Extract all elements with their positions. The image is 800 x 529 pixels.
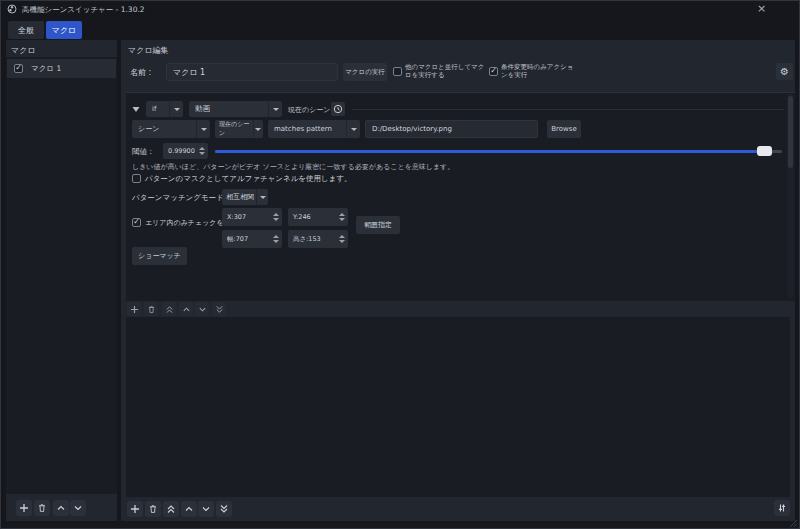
chevron-down-icon xyxy=(253,120,263,138)
match-condition-select[interactable]: matches pattern xyxy=(268,120,360,138)
trash-icon xyxy=(148,504,158,514)
add-macro-button[interactable] xyxy=(16,500,32,516)
chevron-up-icon xyxy=(184,504,194,514)
remove-action-button[interactable] xyxy=(145,501,161,517)
action-toolbar xyxy=(121,497,795,521)
condition-type-select[interactable]: 動画 xyxy=(189,101,282,117)
match-mode-select[interactable]: 相互相関 xyxy=(222,189,268,205)
trash-icon xyxy=(147,305,156,314)
macro-list-panel: マクロ ✓ マクロ 1 xyxy=(6,40,117,521)
macro-enabled-checkbox[interactable]: ✓ xyxy=(14,64,23,73)
run-macro-button[interactable]: マクロの実行 xyxy=(343,63,387,81)
condition-scrollbar-thumb[interactable] xyxy=(788,96,793,168)
remove-macro-button[interactable] xyxy=(34,500,50,516)
condition-bottom-button[interactable] xyxy=(212,302,226,316)
add-action-button[interactable] xyxy=(127,501,143,517)
chevron-down-icon xyxy=(346,120,360,138)
spin-arrows-icon xyxy=(270,230,282,248)
condition-top-button[interactable] xyxy=(162,302,176,316)
action-list-area xyxy=(126,317,790,497)
chevron-up-icon xyxy=(182,305,191,314)
remove-condition-button[interactable] xyxy=(144,302,158,316)
advanced-scene-switcher-window: 高機能シーンスイッチャー - 1.30.2 × 全般 マクロ マクロ ✓ マクロ… xyxy=(0,0,800,529)
condition-logic-select[interactable]: if xyxy=(146,101,183,117)
double-chevron-down-icon xyxy=(219,504,229,514)
double-chevron-up-icon xyxy=(165,305,174,314)
condition-down-button[interactable] xyxy=(195,302,209,316)
threshold-spinbox[interactable]: 0.99900 xyxy=(163,143,208,159)
macro-edit-panel: マクロ編集 名前 : マクロ 1 マクロの実行 ✓ 他のマクロと並行してマクロを… xyxy=(121,40,795,521)
area-y-spinbox[interactable]: Y:246 xyxy=(288,208,348,226)
window-title: 高機能シーンスイッチャー - 1.30.2 xyxy=(22,5,145,15)
close-icon[interactable]: × xyxy=(757,2,766,15)
alpha-mask-label: パターンのマスクとしてアルファチャンネルを使用します。 xyxy=(145,174,352,184)
spin-arrows-icon xyxy=(336,208,348,226)
plus-icon xyxy=(19,503,29,513)
pattern-path-input[interactable]: D:/Desktop/victory.png xyxy=(365,120,538,138)
tab-general[interactable]: 全般 xyxy=(8,21,44,39)
tune-icon xyxy=(777,503,787,513)
show-match-button[interactable]: ショーマッチ xyxy=(132,247,187,265)
name-label: 名前 : xyxy=(130,67,151,78)
on-change-only-checkbox[interactable]: ✓ xyxy=(489,67,498,76)
area-width-spinbox[interactable]: 幅:707 xyxy=(222,230,282,248)
macro-list: ✓ マクロ 1 xyxy=(6,57,117,494)
collapse-condition-button[interactable] xyxy=(132,106,140,115)
threshold-slider[interactable] xyxy=(215,150,782,153)
plus-icon xyxy=(130,305,139,314)
condition-toolbar xyxy=(121,300,795,317)
add-condition-button[interactable] xyxy=(127,302,141,316)
chevron-down-icon xyxy=(196,120,210,138)
action-top-button[interactable] xyxy=(163,501,179,517)
browse-button[interactable]: Browse xyxy=(547,120,581,138)
macro-list-item[interactable]: ✓ マクロ 1 xyxy=(7,59,116,78)
chevron-down-icon xyxy=(201,504,211,514)
titlebar: 高機能シーンスイッチャー - 1.30.2 × xyxy=(0,0,800,18)
chevron-down-icon xyxy=(268,101,282,117)
trash-icon xyxy=(37,503,47,513)
condition-list-area: if 動画 現在のシーン シーン 現在のシーン matches patte xyxy=(126,92,795,301)
threshold-slider-handle[interactable] xyxy=(757,146,772,156)
on-change-only-label: 条件変更時のみアクションを実行 xyxy=(501,63,579,79)
clock-icon xyxy=(333,104,343,114)
parallel-run-checkbox[interactable]: ✓ xyxy=(393,67,402,76)
gear-icon: ⚙ xyxy=(780,66,789,77)
macro-elements-settings-button[interactable] xyxy=(774,500,790,516)
condition-scrollbar[interactable] xyxy=(787,94,794,298)
chevron-down-icon xyxy=(169,101,183,117)
threshold-label: 閾値 : xyxy=(132,147,152,157)
spin-arrows-icon xyxy=(196,143,208,159)
chevron-down-icon xyxy=(198,305,207,314)
macro-list-toolbar xyxy=(6,494,117,521)
area-x-spinbox[interactable]: X:307 xyxy=(222,208,282,226)
macro-settings-button[interactable]: ⚙ xyxy=(776,63,793,80)
spin-arrows-icon xyxy=(270,208,282,226)
condition-up-button[interactable] xyxy=(179,302,193,316)
resize-grip[interactable] xyxy=(789,519,798,529)
chevron-down-icon xyxy=(256,189,268,205)
check-area-checkbox[interactable]: ✓ xyxy=(132,218,141,227)
alpha-mask-checkbox[interactable]: ✓ xyxy=(132,174,141,183)
condition-header-line xyxy=(352,109,784,110)
area-height-spinbox[interactable]: 高さ:153 xyxy=(288,230,348,248)
tab-macro[interactable]: マクロ xyxy=(46,21,82,39)
action-up-button[interactable] xyxy=(181,501,197,517)
macro-up-button[interactable] xyxy=(53,500,69,516)
threshold-slider-fill xyxy=(215,150,758,153)
action-bottom-button[interactable] xyxy=(216,501,232,517)
triangle-down-icon xyxy=(132,106,140,113)
scene-select[interactable]: 現在のシーン xyxy=(215,120,263,138)
macro-item-label: マクロ 1 xyxy=(31,64,61,74)
double-chevron-up-icon xyxy=(166,504,176,514)
duration-modifier-button[interactable] xyxy=(331,102,345,116)
app-logo-icon xyxy=(7,4,17,16)
select-area-button[interactable]: 範囲指定 xyxy=(356,216,400,234)
spin-arrows-icon xyxy=(336,230,348,248)
macro-down-button[interactable] xyxy=(70,500,86,516)
double-chevron-down-icon xyxy=(215,305,224,314)
current-scene-label: 現在のシーン xyxy=(288,105,331,115)
video-source-select[interactable]: シーン xyxy=(132,120,210,138)
action-down-button[interactable] xyxy=(198,501,214,517)
macro-list-header: マクロ xyxy=(11,45,36,56)
macro-name-input[interactable]: マクロ 1 xyxy=(166,63,338,81)
